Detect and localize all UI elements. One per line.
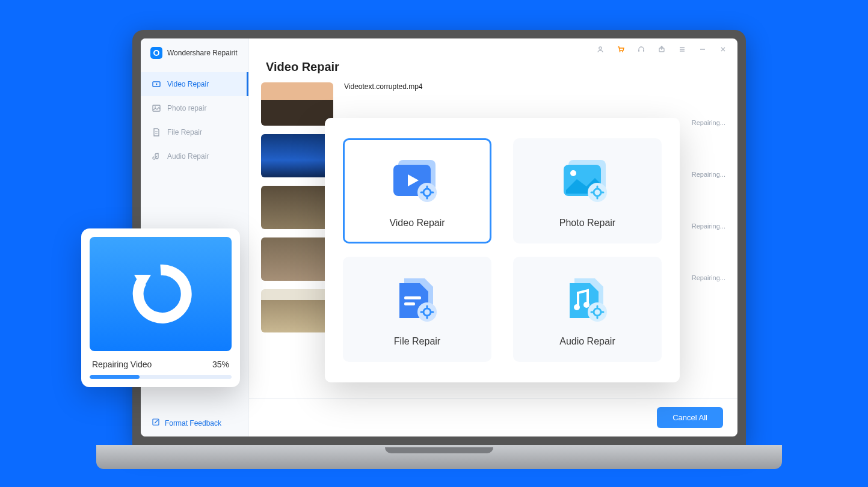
app-name: Wondershare Repairit	[167, 49, 238, 57]
sidebar-item-file-repair[interactable]: File Repair	[141, 120, 248, 144]
sidebar-item-label: Photo repair	[167, 104, 206, 112]
app-logo-icon	[150, 47, 162, 59]
video-thumbnail[interactable]	[261, 186, 333, 229]
bottom-bar: Cancel All	[249, 398, 737, 436]
progress-bar	[90, 375, 232, 379]
video-thumbnail[interactable]	[261, 289, 333, 332]
restore-icon	[125, 258, 197, 330]
photo-repair-icon	[558, 154, 618, 208]
progress-fill	[90, 375, 140, 379]
thumbnail-column	[261, 80, 333, 398]
svg-point-0	[154, 51, 159, 55]
share-icon[interactable]	[657, 44, 666, 54]
svg-point-36	[574, 304, 580, 310]
modal-item-photo-repair[interactable]: Photo Repair	[513, 138, 662, 243]
audio-repair-icon	[558, 272, 618, 326]
audio-icon	[152, 152, 161, 161]
sidebar-item-photo-repair[interactable]: Photo repair	[141, 96, 248, 120]
edit-icon	[152, 418, 160, 428]
sidebar-item-label: Audio Repair	[167, 152, 209, 161]
app-title-bar: Wondershare Repairit	[141, 38, 248, 67]
svg-marker-2	[156, 83, 158, 85]
svg-point-8	[599, 47, 602, 49]
sidebar-item-audio-repair[interactable]: Audio Repair	[141, 144, 248, 168]
headphones-icon[interactable]	[636, 44, 646, 54]
video-repair-icon	[387, 154, 448, 208]
status-text: Repairing...	[692, 119, 725, 126]
format-feedback-label: Format Feedback	[165, 419, 221, 427]
modal-item-label: Video Repair	[389, 218, 445, 228]
svg-rect-33	[404, 296, 421, 299]
progress-card: Repairing Video 35%	[81, 228, 240, 387]
video-thumbnail[interactable]	[261, 82, 333, 126]
video-thumbnail[interactable]	[261, 134, 333, 177]
page-title: Video Repair	[249, 60, 737, 80]
format-feedback-link[interactable]: Format Feedback	[141, 409, 248, 436]
modal-item-audio-repair[interactable]: Audio Repair	[513, 257, 662, 362]
user-icon[interactable]	[596, 44, 605, 54]
modal-item-label: File Repair	[394, 336, 440, 347]
sidebar-item-video-repair[interactable]: Video Repair	[141, 72, 248, 96]
file-icon	[152, 127, 161, 137]
repair-type-modal: Video Repair Photo Repair	[325, 118, 680, 382]
video-thumbnail[interactable]	[261, 237, 333, 281]
progress-percent: 35%	[212, 360, 229, 369]
svg-rect-11	[638, 50, 639, 52]
status-text: Repairing...	[692, 222, 725, 230]
minimize-icon[interactable]	[698, 44, 707, 54]
cart-icon[interactable]	[616, 44, 626, 54]
cancel-all-button[interactable]: Cancel All	[657, 407, 723, 428]
progress-hero	[90, 237, 232, 351]
svg-point-31	[570, 170, 576, 176]
svg-point-9	[620, 51, 621, 52]
video-icon	[152, 79, 161, 89]
progress-text-row: Repairing Video 35%	[90, 351, 232, 375]
modal-item-label: Photo Repair	[559, 218, 615, 228]
photo-icon	[152, 103, 161, 113]
titlebar	[249, 38, 737, 60]
sidebar-item-label: Video Repair	[167, 80, 209, 88]
file-name: Videotext.corrupted.mp4	[344, 80, 725, 92]
progress-label: Repairing Video	[92, 360, 152, 369]
status-text: Repairing...	[692, 274, 725, 281]
close-icon[interactable]	[718, 44, 728, 54]
sidebar-item-label: File Repair	[167, 128, 202, 136]
svg-point-4	[155, 106, 156, 108]
modal-item-label: Audio Repair	[559, 336, 615, 347]
svg-point-10	[622, 51, 623, 52]
file-repair-icon	[387, 272, 448, 326]
modal-item-video-repair[interactable]: Video Repair	[343, 138, 491, 243]
status-text: Repairing...	[692, 171, 725, 178]
laptop-base	[96, 445, 782, 469]
svg-rect-12	[643, 50, 644, 52]
svg-point-37	[583, 302, 589, 308]
laptop-notch	[385, 447, 493, 453]
menu-icon[interactable]	[677, 44, 687, 54]
svg-rect-34	[404, 302, 415, 305]
modal-item-file-repair[interactable]: File Repair	[343, 257, 491, 362]
